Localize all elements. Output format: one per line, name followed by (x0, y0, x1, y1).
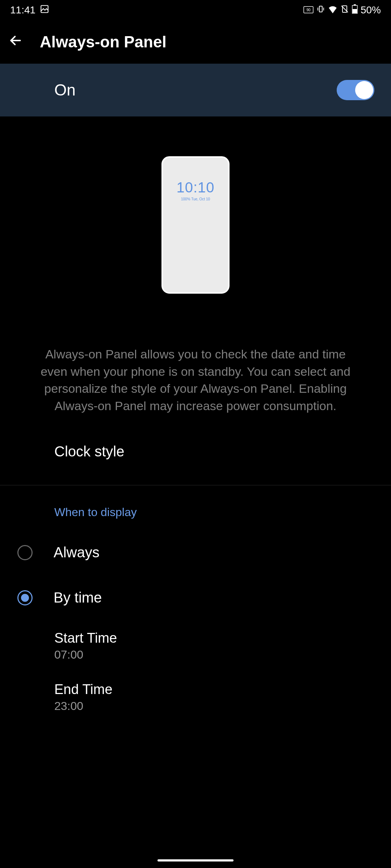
toggle-label: On (54, 81, 76, 99)
status-time: 11:41 (10, 4, 35, 16)
end-time-value: 23:00 (54, 699, 337, 713)
phone-preview: 10:10 100% Tue, Oct 10 (161, 156, 230, 294)
back-arrow-icon[interactable] (9, 33, 22, 51)
preview-time: 10:10 (176, 179, 214, 196)
refresh-rate-icon: 90 (303, 4, 314, 16)
preview-section: 10:10 100% Tue, Oct 10 (0, 116, 391, 315)
when-to-display-header: When to display (0, 485, 391, 530)
start-time-value: 07:00 (54, 648, 337, 661)
description-text: Always-on Panel allows you to check the … (0, 315, 391, 429)
master-toggle-row[interactable]: On (0, 64, 391, 116)
wifi-icon (328, 4, 337, 16)
header: Always-on Panel (0, 20, 391, 64)
svg-text:90: 90 (306, 8, 311, 12)
radio-inner (21, 594, 29, 602)
clock-style-label: Clock style (54, 443, 124, 459)
radio-label-always: Always (54, 544, 100, 561)
status-left: 11:41 (10, 4, 49, 16)
picture-icon (40, 4, 49, 16)
svg-rect-3 (319, 6, 322, 12)
toggle-switch[interactable] (337, 80, 374, 100)
navigation-bar[interactable] (157, 859, 234, 861)
radio-circle-by-time[interactable] (17, 590, 33, 605)
svg-rect-10 (353, 9, 357, 13)
radio-circle-always[interactable] (17, 545, 33, 560)
battery-percent: 50% (361, 4, 381, 16)
page-title: Always-on Panel (40, 33, 167, 51)
toggle-knob (355, 81, 373, 99)
status-bar: 11:41 90 50% (0, 0, 391, 20)
radio-by-time[interactable]: By time (0, 575, 391, 620)
radio-always[interactable]: Always (0, 530, 391, 575)
end-time-row[interactable]: End Time 23:00 (0, 672, 391, 723)
radio-label-by-time: By time (54, 590, 102, 606)
status-right: 90 50% (303, 4, 381, 16)
start-time-label: Start Time (54, 630, 337, 646)
no-sim-icon (340, 4, 349, 16)
vibrate-icon (316, 4, 325, 16)
battery-icon (352, 4, 358, 16)
end-time-label: End Time (54, 682, 337, 697)
clock-style-row[interactable]: Clock style (0, 429, 391, 474)
preview-date: 100% Tue, Oct 10 (181, 197, 210, 201)
start-time-row[interactable]: Start Time 07:00 (0, 620, 391, 672)
